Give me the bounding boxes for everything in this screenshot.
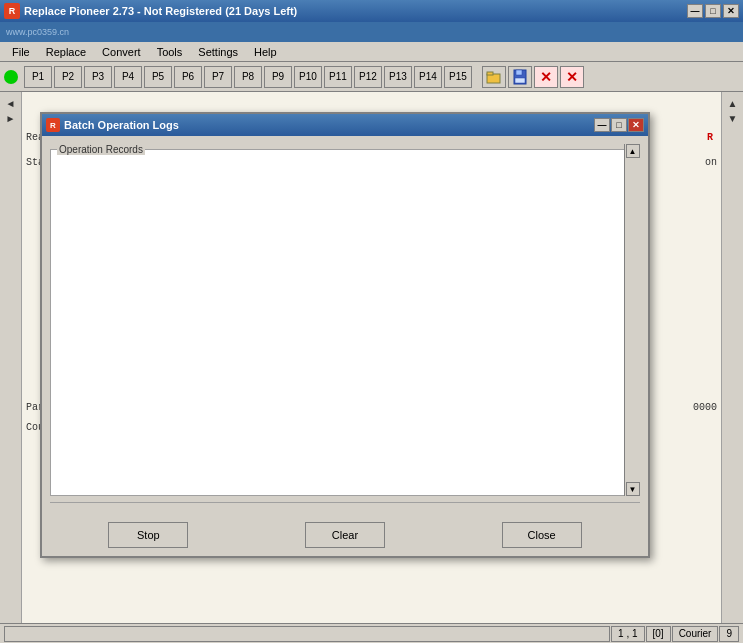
open-file-button[interactable] xyxy=(482,66,506,88)
modal-close-button[interactable]: ✕ xyxy=(628,118,644,132)
menu-tools[interactable]: Tools xyxy=(149,44,191,60)
menu-convert[interactable]: Convert xyxy=(94,44,149,60)
modal-separator xyxy=(50,502,640,508)
menu-replace[interactable]: Replace xyxy=(38,44,94,60)
tab-p9[interactable]: P9 xyxy=(264,66,292,88)
watermark-bar: www.pc0359.cn xyxy=(0,22,743,42)
tab-p1[interactable]: P1 xyxy=(24,66,52,88)
clear-button[interactable]: Clear xyxy=(305,522,385,548)
close-dialog-button[interactable]: Close xyxy=(502,522,582,548)
status-font-size: 9 xyxy=(719,626,739,642)
modal-body: Operation Records ▲ ▼ xyxy=(42,136,648,516)
status-message xyxy=(4,626,610,642)
scroll-up-arrow[interactable]: ▲ xyxy=(728,98,738,109)
save-file-button[interactable] xyxy=(508,66,532,88)
modal-maximize-button[interactable]: □ xyxy=(611,118,627,132)
svg-rect-3 xyxy=(516,70,522,75)
maximize-button[interactable]: □ xyxy=(705,4,721,18)
tab-p12[interactable]: P12 xyxy=(354,66,382,88)
svg-rect-1 xyxy=(487,72,493,75)
modal-minimize-button[interactable]: — xyxy=(594,118,610,132)
modal-icon: R xyxy=(46,118,60,132)
operation-records-legend: Operation Records xyxy=(57,144,145,155)
right-sidebar: ▲ ▼ xyxy=(721,92,743,623)
modal-title: Batch Operation Logs xyxy=(64,119,594,131)
modal-overlay: R Batch Operation Logs — □ ✕ Operation R… xyxy=(0,92,721,623)
menu-help[interactable]: Help xyxy=(246,44,285,60)
tab-p13[interactable]: P13 xyxy=(384,66,412,88)
toolbar: P1 P2 P3 P4 P5 P6 P7 P8 P9 P10 P11 P12 P… xyxy=(0,62,743,92)
status-font: Courier xyxy=(672,626,719,642)
status-position: 1 , 1 xyxy=(611,626,644,642)
tab-p6[interactable]: P6 xyxy=(174,66,202,88)
export-button[interactable]: ✕ xyxy=(534,66,558,88)
tab-p11[interactable]: P11 xyxy=(324,66,352,88)
menu-settings[interactable]: Settings xyxy=(190,44,246,60)
modal-title-bar: R Batch Operation Logs — □ ✕ xyxy=(42,114,648,136)
tab-p2[interactable]: P2 xyxy=(54,66,82,88)
menu-bar: File Replace Convert Tools Settings Help xyxy=(0,42,743,62)
stop-button[interactable]: Stop xyxy=(108,522,188,548)
status-count: [0] xyxy=(646,626,671,642)
title-bar: R Replace Pioneer 2.73 - Not Registered … xyxy=(0,0,743,22)
tab-p5[interactable]: P5 xyxy=(144,66,172,88)
batch-operation-logs-dialog: R Batch Operation Logs — □ ✕ Operation R… xyxy=(40,112,650,558)
menu-file[interactable]: File xyxy=(4,44,38,60)
minimize-button[interactable]: — xyxy=(687,4,703,18)
app-icon: R xyxy=(4,3,20,19)
tab-p3[interactable]: P3 xyxy=(84,66,112,88)
tab-p8[interactable]: P8 xyxy=(234,66,262,88)
scrollbar-down-button[interactable]: ▼ xyxy=(626,482,640,496)
modal-controls: — □ ✕ xyxy=(594,118,644,132)
close-button[interactable]: ✕ xyxy=(723,4,739,18)
status-bar: 1 , 1 [0] Courier 9 xyxy=(0,623,743,643)
scroll-down-arrow[interactable]: ▼ xyxy=(728,113,738,124)
tab-p7[interactable]: P7 xyxy=(204,66,232,88)
tab-p10[interactable]: P10 xyxy=(294,66,322,88)
tab-p15[interactable]: P15 xyxy=(444,66,472,88)
close-file-button[interactable]: ✕ xyxy=(560,66,584,88)
tab-p14[interactable]: P14 xyxy=(414,66,442,88)
status-dot xyxy=(4,70,18,84)
scrollbar-up-button[interactable]: ▲ xyxy=(626,144,640,158)
modal-footer: Stop Clear Close xyxy=(42,516,648,556)
operation-records-textarea[interactable] xyxy=(51,155,639,495)
records-scrollbar[interactable]: ▲ ▼ xyxy=(624,144,640,496)
svg-rect-4 xyxy=(515,78,525,83)
watermark-text: www.pc0359.cn xyxy=(6,27,69,37)
app-title: Replace Pioneer 2.73 - Not Registered (2… xyxy=(24,5,687,17)
tab-p4[interactable]: P4 xyxy=(114,66,142,88)
